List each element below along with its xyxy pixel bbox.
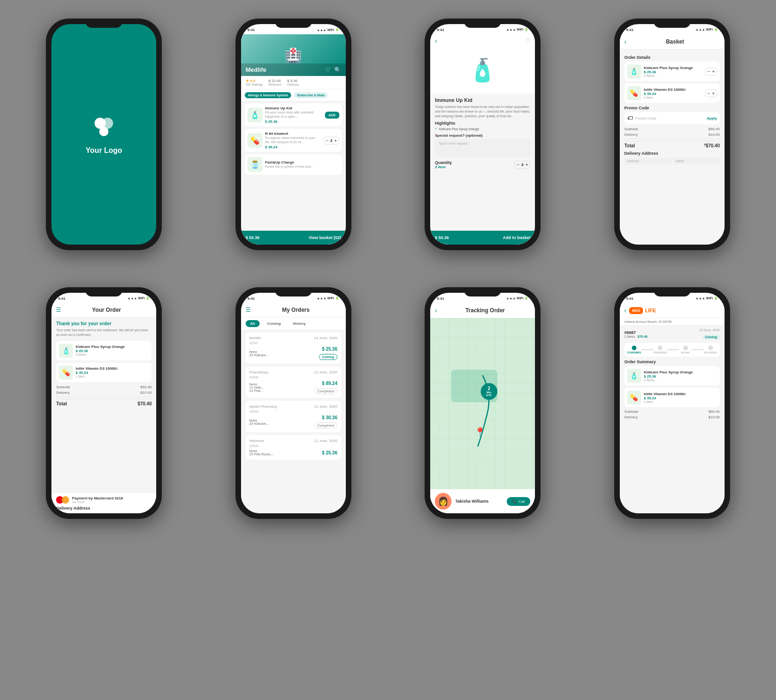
detail-item-price-0: $ 25.36: [644, 374, 717, 378]
notch: [275, 19, 312, 28]
order-price-0: $ 25.36: [319, 347, 337, 352]
order-items-desc-3: 2X Pink Roses...: [249, 453, 274, 456]
order-summary: Subtotal $60.40 Delivery $10.00 Total $7…: [56, 385, 152, 406]
tab-coming[interactable]: Coming: [262, 320, 286, 327]
back-button[interactable]: ‹: [624, 38, 627, 45]
detail-description: Today nutrition has been found to be ver…: [435, 105, 530, 118]
brand-name: LIFE: [645, 308, 656, 313]
request-placeholder: Tap to enter request: [439, 142, 467, 145]
order-item-0: 🧴 Kidicare Plus Syrup Orange $ 25.36 2 I…: [56, 341, 152, 360]
product-info-1: R 84 Inhalent To capture sweet memories …: [265, 132, 321, 149]
qty-val-1: 2: [330, 139, 332, 143]
apply-button[interactable]: Apply: [707, 116, 717, 120]
delivery-row: Delivery $10.00: [56, 391, 152, 395]
detail-delivery-label: Delivery: [624, 415, 638, 419]
order-total-green: $70.40: [638, 335, 648, 338]
detail-qty-plus[interactable]: +: [525, 162, 528, 167]
order-store-2: Apollo Pharmacy: [249, 404, 277, 409]
product-img-2: 🫙: [248, 157, 262, 172]
delivery-val: $10.00: [708, 132, 719, 137]
minimum-val: $ 22.00: [268, 79, 281, 83]
status-icons: ▲▲▲ WiFi 🔋: [695, 296, 718, 300]
rating-count: 351 Ratings: [246, 83, 263, 86]
status-time: 9:41: [626, 28, 634, 32]
your-order-screen: ☰ Your Order Thank you for your order Yo…: [51, 303, 156, 513]
add-to-basket-bar[interactable]: $ 50.36 Add to basket: [430, 231, 535, 245]
delivery-label: Delivery: [624, 132, 638, 137]
tab-all[interactable]: All: [246, 320, 260, 327]
hamburger-icon[interactable]: ☰: [246, 307, 251, 313]
detail-qty-minus[interactable]: −: [517, 162, 520, 167]
order-item-price-0: $ 25.36: [76, 349, 149, 353]
basket-item-qty-0: 2 Items: [644, 74, 702, 77]
back-button[interactable]: ‹: [435, 37, 437, 44]
hamburger-icon[interactable]: ☰: [56, 307, 61, 313]
driver-name: Takisha Williams: [455, 499, 503, 504]
subtotal-val: $60.40: [140, 385, 152, 389]
notch: [85, 287, 122, 296]
basket-qty-minus-1[interactable]: −: [707, 91, 710, 96]
promo-section-label: Promo Code: [624, 106, 720, 110]
coming-badge: Coming: [702, 334, 720, 340]
quantity-value: 2 Item: [435, 165, 452, 169]
basket-qty-plus-0[interactable]: +: [712, 69, 715, 74]
tab-history[interactable]: History: [288, 320, 311, 327]
highlight-item: ✓ Kidicare Plus Syrup Orange: [435, 127, 530, 131]
detail-item-0: 🧴 Kidicare Plus Syrup Orange $ 25.36 2 I…: [624, 366, 720, 385]
delivery-address-section: Delivery Address Address Addre: [624, 151, 720, 164]
back-button[interactable]: ‹: [624, 307, 627, 314]
address-input-1[interactable]: Address: [624, 158, 671, 164]
product-img-1: 💊: [248, 133, 262, 148]
notch: [275, 287, 312, 296]
search-icon[interactable]: 🔍: [334, 67, 341, 73]
cat-tab-0[interactable]: Allergy & Immune System: [245, 92, 291, 98]
qty-minus-1[interactable]: −: [326, 138, 329, 143]
total-row: Total $$70.40: [624, 141, 720, 148]
map-route-svg: [430, 318, 535, 489]
favorite-button[interactable]: ♡: [525, 38, 530, 44]
heart-icon[interactable]: ♡: [325, 67, 331, 73]
basket-qty-minus-0[interactable]: −: [707, 69, 710, 74]
order-footer-3: Items 2X Pink Roses... $ 25.36: [249, 449, 337, 456]
back-button[interactable]: ‹: [435, 307, 437, 314]
highlight-text: Kidicare Plus Syrup Orange: [439, 127, 479, 131]
order-store-1: PharmEasy: [249, 370, 268, 374]
progress-dot-0: [632, 346, 636, 350]
phone-your-order: 9:41 ▲▲▲ WiFi 🔋 ☰ Your Order Thank you f…: [46, 287, 162, 519]
detail-title: Immune Up Kid: [435, 97, 530, 103]
qty-plus-1[interactable]: +: [334, 138, 337, 143]
basket-qty-plus-1[interactable]: +: [712, 91, 715, 96]
detail-screen: ‹ ♡ 🧴 Immune Up Kid Today nutrition has …: [430, 34, 535, 245]
store-name: Medlife: [246, 66, 267, 73]
request-input[interactable]: Tap to enter request: [435, 139, 530, 158]
order-address-row: Indiana Avenue Beach, HI 96706: [620, 318, 725, 326]
detail-delivery-row: Delivery $10.00: [624, 415, 720, 419]
order-item-price-1: $ 35.24: [76, 371, 149, 375]
status-icons: ▲▲▲ WiFi 🔋: [506, 296, 528, 300]
order-date-0: 13 June, 2020: [314, 336, 337, 340]
order-number: #6987: [624, 330, 648, 335]
detail-content: Immune Up Kid Today nutrition has been f…: [430, 94, 535, 231]
detail-subtotal-row: Subtotal $60.40: [624, 410, 720, 414]
view-basket-bar[interactable]: $ 50.36 View basket (02): [241, 231, 346, 245]
store-screen: 🏥 Medlife ♡ 🔍 ★ 4.5 351 Ratings: [241, 34, 346, 245]
your-order-title: Your Order: [61, 307, 152, 313]
delivery-address-label: Delivery Address: [56, 506, 152, 511]
address-input-2[interactable]: Addre: [673, 158, 720, 164]
call-button[interactable]: 📞 Call: [507, 497, 530, 506]
order-item-qty-0: 2 Items: [76, 353, 149, 356]
row-1: Your Logo 9:41 ▲▲▲ WiFi 🔋 🏥 Medlife: [0, 0, 776, 269]
subtotal-val: $60.40: [708, 127, 719, 131]
order-card-header-3: Netmeds 11 June, 2020: [249, 439, 337, 443]
cat-tab-1[interactable]: Endocrine & Meta: [294, 92, 328, 98]
order-items-2: Items: [249, 419, 269, 422]
subtotal-label: Subtotal: [624, 127, 638, 131]
notch: [85, 19, 122, 28]
order-id-0: #2547: [249, 341, 337, 345]
eta-badge: 2 Min ETA: [481, 383, 497, 400]
order-item-1: 💊 Inlife Vitamin D3 1000IU $ 35.24 1 Ite…: [56, 363, 152, 382]
promo-input[interactable]: Promo Code: [636, 116, 704, 120]
add-button-0[interactable]: ADD: [325, 112, 339, 119]
detail-item-price-1: $ 35.24: [644, 396, 717, 400]
basket-item-1: 💊 Inlife Vitamin D3 1000IU $ 35.24 1 Ite…: [624, 83, 720, 103]
